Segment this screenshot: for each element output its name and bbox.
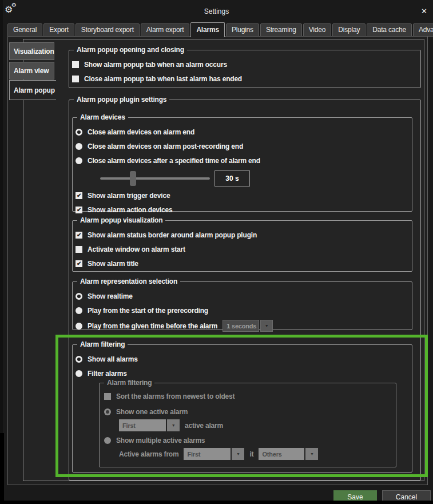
checkbox-checked[interactable]: ✔ — [76, 232, 82, 239]
titlebar: ⚙ ⚙ Settings ✕ — [0, 0, 433, 19]
tab-alarms[interactable]: Alarms — [190, 22, 225, 37]
tab-storyboard-export[interactable]: Storyboard export — [76, 23, 140, 37]
group-legend: Alarm filtering — [104, 379, 154, 387]
checkbox-checked[interactable]: ✔ — [76, 207, 82, 213]
checkbox-checked[interactable]: ✔ — [76, 192, 82, 199]
desktop-corner-black — [0, 433, 4, 504]
radio-unselected[interactable] — [76, 157, 82, 164]
checkbox-checked[interactable]: ✔ — [76, 260, 82, 267]
radio-row-close-on-alarm-end[interactable]: Close alarm devices on alarm end — [76, 127, 406, 137]
checkbox-row-close-popup-tab[interactable]: Close alarm popup tab when last alarm ha… — [72, 74, 415, 84]
radio-row-show-one-active-alarm[interactable]: Show one active alarm — [104, 407, 391, 417]
checkbox-row-show-popup-tab[interactable]: Show alarm popup tab when an alarm occur… — [72, 59, 415, 70]
group-alarm-representation-selection: Alarm representation selection Show real… — [72, 281, 412, 330]
checkbox-row-status-border[interactable]: ✔ Show alarm status border around alarm … — [76, 230, 406, 240]
radio-selected[interactable] — [76, 129, 82, 136]
radio-selected-disabled[interactable] — [104, 408, 111, 415]
chevron-down-icon[interactable]: ▼ — [167, 419, 180, 431]
dropdown-value[interactable]: Others — [259, 448, 304, 460]
one-active-alarm-dropdown[interactable]: First ▼ — [119, 419, 180, 431]
slider-thumb[interactable] — [130, 171, 136, 186]
active-alarms-from-dropdown[interactable]: First ▼ — [184, 448, 244, 460]
checkbox-label[interactable]: Show alarm title — [88, 260, 138, 268]
checkbox-label[interactable]: Close alarm popup tab when last alarm ha… — [84, 75, 242, 83]
radio-row-close-after-specified-time[interactable]: Close alarm devices after a specified ti… — [76, 156, 406, 166]
dropdown-value[interactable]: 1 seconds — [223, 320, 259, 332]
chevron-down-icon[interactable]: ▼ — [305, 448, 318, 460]
checkbox-label[interactable]: Show alarm popup tab when an alarm occur… — [84, 61, 227, 69]
checkbox-row-activate-window[interactable]: Activate window on alarm start — [76, 244, 406, 255]
checkbox-unchecked[interactable] — [72, 76, 79, 82]
active-alarms-from-label: Active alarms from — [119, 450, 178, 458]
settings-window: ⚙ ⚙ Settings ✕ General Export Storyboard… — [0, 0, 433, 504]
checkbox-row-sort-newest-to-oldest[interactable]: Sort the alarms from newest to oldest — [104, 391, 391, 402]
radio-label[interactable]: Play from the start of the prerecording — [88, 307, 208, 315]
tab-alarm-export[interactable]: Alarm export — [141, 23, 190, 37]
radio-label[interactable]: Close alarm devices on alarm post-record… — [88, 142, 243, 150]
radio-row-close-on-postrecording-end[interactable]: Close alarm devices on alarm post-record… — [76, 141, 406, 152]
checkbox-label[interactable]: Show alarm action devices — [88, 206, 172, 214]
others-dropdown[interactable]: Others ▼ — [259, 448, 318, 460]
checkbox-unchecked-disabled[interactable] — [104, 393, 111, 400]
checkbox-label[interactable]: Activate window on alarm start — [88, 245, 185, 253]
radio-row-play-from-prerecording[interactable]: Play from the start of the prerecording — [76, 305, 406, 316]
tab-export[interactable]: Export — [43, 23, 74, 37]
radio-label[interactable]: Show all alarms — [88, 355, 138, 363]
group-alarm-filtering: Alarm filtering Show all alarms Filter a… — [72, 344, 412, 473]
radio-unselected[interactable] — [76, 143, 82, 150]
checkbox-row-show-alarm-title[interactable]: ✔ Show alarm title — [76, 259, 406, 269]
window-title: Settings — [0, 7, 433, 15]
radio-row-show-all-alarms[interactable]: Show all alarms — [76, 354, 406, 364]
time-before-alarm-dropdown[interactable]: 1 seconds ▼ — [223, 320, 273, 332]
tab-general[interactable]: General — [7, 23, 42, 37]
dropdown-value[interactable]: First — [119, 419, 166, 431]
screen-edge-left — [0, 0, 3, 504]
screen-edge-bottom — [0, 501, 433, 504]
connector-label: it — [249, 450, 253, 458]
sidebar-item-label: Alarm view — [14, 67, 49, 75]
sidebar-item-visualization[interactable]: Visualization — [9, 42, 54, 60]
radio-label[interactable]: Play from the given time before the alar… — [88, 322, 217, 330]
radio-unselected[interactable] — [76, 307, 82, 314]
radio-label[interactable]: Filter alarms — [88, 370, 127, 378]
close-icon[interactable]: ✕ — [421, 7, 427, 15]
sidebar-item-alarm-view[interactable]: Alarm view — [9, 62, 54, 80]
alarm-popup-pane: Alarm popup opening and closing Show ala… — [23, 39, 424, 481]
tab-video[interactable]: Video — [303, 23, 331, 37]
slider-track[interactable] — [100, 177, 210, 180]
sidebar-item-alarm-popup[interactable]: Alarm popup — [9, 80, 56, 100]
checkbox-label[interactable]: Show alarm trigger device — [88, 192, 170, 200]
tab-streaming[interactable]: Streaming — [260, 23, 302, 37]
radio-label[interactable]: Show one active alarm — [116, 408, 188, 416]
radio-unselected-disabled[interactable] — [104, 437, 111, 444]
dropdown-value[interactable]: First — [184, 448, 231, 460]
radio-selected[interactable] — [76, 293, 82, 300]
checkbox-unchecked[interactable] — [76, 246, 82, 253]
checkbox-label[interactable]: Show alarm status border around alarm po… — [88, 231, 257, 239]
radio-label[interactable]: Show realtime — [88, 292, 133, 300]
group-legend: Alarm popup plugin settings — [74, 96, 169, 104]
radio-label[interactable]: Close alarm devices on alarm end — [88, 128, 194, 136]
radio-row-filter-alarms[interactable]: Filter alarms — [76, 368, 406, 379]
tab-advanced[interactable]: Advanced — [413, 23, 433, 37]
checkbox-row-show-trigger-device[interactable]: ✔ Show alarm trigger device — [76, 191, 406, 201]
radio-row-play-given-time[interactable]: Play from the given time before the alar… — [76, 320, 406, 332]
radio-row-show-realtime[interactable]: Show realtime — [76, 291, 406, 301]
checkbox-unchecked[interactable] — [72, 61, 79, 68]
close-time-value-field[interactable]: 30 s — [214, 170, 250, 186]
checkbox-row-show-action-devices[interactable]: ✔ Show alarm action devices — [76, 205, 406, 215]
radio-label[interactable]: Show multiple active alarms — [116, 436, 205, 445]
chevron-down-icon[interactable]: ▼ — [260, 320, 273, 332]
tab-data-cache[interactable]: Data cache — [367, 23, 412, 37]
tab-plugins[interactable]: Plugins — [226, 23, 259, 37]
radio-unselected[interactable] — [76, 323, 82, 330]
radio-label[interactable]: Close alarm devices after a specified ti… — [88, 157, 260, 165]
check-icon: ✔ — [77, 193, 81, 199]
tab-display[interactable]: Display — [332, 23, 366, 37]
chevron-down-icon[interactable]: ▼ — [232, 448, 244, 460]
radio-selected[interactable] — [76, 356, 82, 363]
radio-unselected[interactable] — [76, 370, 82, 377]
radio-row-show-multiple-active-alarms[interactable]: Show multiple active alarms — [104, 435, 391, 446]
checkbox-label[interactable]: Sort the alarms from newest to oldest — [116, 392, 235, 400]
group-legend: Alarm filtering — [77, 340, 128, 349]
